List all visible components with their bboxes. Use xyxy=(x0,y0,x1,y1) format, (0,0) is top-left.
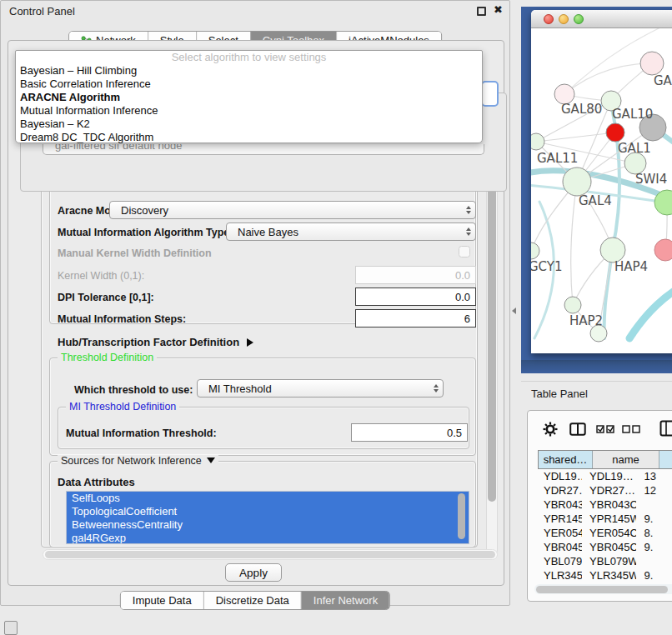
cyni-tab[interactable]: Infer Network xyxy=(301,592,389,609)
table-row[interactable]: YBR043C YBR043C xyxy=(538,498,672,512)
attribute-list-item[interactable]: BetweennessCentrality xyxy=(67,518,469,532)
mi-threshold-label: Mutual Information Threshold: xyxy=(66,428,217,439)
cyni-tab[interactable]: Impute Data xyxy=(121,592,203,609)
attributes-scrollbar-thumb[interactable] xyxy=(458,493,465,539)
network-node[interactable] xyxy=(531,242,539,259)
network-node-label: GAL80 xyxy=(561,102,602,117)
algorithm-menu-item[interactable]: Bayesian – K2 xyxy=(16,118,482,131)
kernel-width-input[interactable]: 0.0 xyxy=(355,266,476,284)
deselect-all-columns-icon[interactable] xyxy=(622,425,641,433)
network-node[interactable] xyxy=(564,297,581,313)
settings-vscroll-thumb[interactable] xyxy=(488,162,496,502)
mi-steps-input[interactable]: 6 xyxy=(355,309,476,328)
algorithm-menu-item[interactable]: Bayesian – Hill Climbing xyxy=(16,64,482,78)
cell-shared-name: YDR27… xyxy=(538,484,582,497)
table-row[interactable]: YLR345W YLR345W 9. xyxy=(538,568,672,582)
column-header-name[interactable]: name xyxy=(593,451,659,468)
mi-type-select[interactable]: Naive Bayes xyxy=(226,222,476,241)
which-threshold-label: Which threshold to use: xyxy=(74,384,193,396)
algorithm-menu-item-label: Dream8 DC_TDC Algorithm xyxy=(20,131,153,143)
table-row[interactable]: YBL079W YBL079W xyxy=(538,554,672,568)
table-row[interactable]: YPR145W YPR145W 9. xyxy=(538,512,672,526)
network-node[interactable] xyxy=(654,239,672,261)
cyni-tab[interactable]: Discretize Data xyxy=(203,592,301,609)
float-window-icon[interactable] xyxy=(477,7,486,16)
cyni-tab-label: Discretize Data xyxy=(216,594,289,607)
settings-vertical-scrollbar[interactable] xyxy=(486,158,498,556)
settings-horizontal-scrollbar[interactable] xyxy=(43,549,498,560)
minimized-panel-icon[interactable] xyxy=(4,621,18,635)
cell-value: 9. xyxy=(636,541,672,553)
network-node[interactable] xyxy=(606,123,624,142)
aracne-mode-value: Discovery xyxy=(121,204,168,217)
network-window-titlebar xyxy=(531,10,672,28)
table-hscroll-thumb[interactable] xyxy=(536,586,668,593)
network-frame-shadow xyxy=(521,360,672,373)
panel-collapse-arrow[interactable] xyxy=(512,308,516,314)
algorithm-combo-remnant[interactable] xyxy=(481,81,499,107)
network-node[interactable] xyxy=(531,133,544,150)
sources-legend-label: Sources for Network Inference xyxy=(61,455,202,467)
apply-button[interactable]: Apply xyxy=(225,563,282,582)
hub-definition-toggle[interactable]: Hub/Transcription Factor Definition xyxy=(58,336,253,348)
algorithm-menu-item[interactable]: Basic Correlation Inference xyxy=(16,78,482,91)
algorithm-popup-placeholder: Select algorithm to view settings xyxy=(16,51,482,64)
table-body: YDL19… YDL19… 13 YDR27… YDR27… 12 YBR043… xyxy=(538,469,672,586)
cell-value: 9. xyxy=(636,569,672,582)
network-edge[interactable] xyxy=(629,283,672,338)
minimize-window-icon[interactable] xyxy=(559,14,569,24)
aracne-mode-select[interactable]: Discovery xyxy=(109,201,476,219)
attribute-list-item[interactable]: SelfLoops xyxy=(67,492,469,505)
table-horizontal-scrollbar[interactable] xyxy=(534,584,672,594)
attribute-list-item[interactable]: gal4RGexp xyxy=(67,532,469,544)
attribute-list-item[interactable]: TopologicalCoefficient xyxy=(67,505,469,518)
network-node-label: HAP2 xyxy=(569,313,603,328)
manual-kernel-checkbox[interactable] xyxy=(459,246,470,258)
data-attributes-list: SelfLoops TopologicalCoefficient Between… xyxy=(66,491,469,544)
network-canvas[interactable]: GALGAL80GAL10GAL1GAL11SWI4GAL4GCY1HAP4YH… xyxy=(531,28,672,353)
cell-shared-name: YPR145W xyxy=(538,512,582,525)
algorithm-menu-item[interactable]: ARACNE Algorithm xyxy=(16,91,482,104)
algorithm-menu-item[interactable]: Dream8 DC_TDC Algorithm xyxy=(16,131,482,144)
table-row[interactable]: YER054C YER054C 8. xyxy=(538,526,672,540)
cell-value: 13 xyxy=(636,470,672,482)
dpi-tolerance-input[interactable]: 0.0 xyxy=(355,288,476,306)
collapsed-arrow-icon xyxy=(247,338,253,347)
network-edge[interactable] xyxy=(571,182,577,305)
which-threshold-select[interactable]: MI Threshold xyxy=(197,379,444,398)
network-edge[interactable] xyxy=(564,63,652,94)
gear-icon[interactable] xyxy=(543,422,558,437)
cell-name: YDL19… xyxy=(582,470,636,482)
close-panel-icon[interactable]: ✖ xyxy=(494,3,503,16)
network-edge[interactable] xyxy=(536,132,615,142)
mi-threshold-input[interactable]: 0.5 xyxy=(351,423,468,442)
cell-name: YPR145W xyxy=(582,512,636,525)
sources-legend[interactable]: Sources for Network Inference xyxy=(58,455,218,467)
table-row[interactable]: YDR27… YDR27… 12 xyxy=(538,483,672,498)
select-all-columns-icon[interactable] xyxy=(596,425,615,433)
cell-name: YDR27… xyxy=(582,484,636,497)
table-panel-divider xyxy=(521,381,672,382)
cyni-bottom-tabs: Impute Data Discretize Data Infer Networ… xyxy=(120,591,390,610)
zoom-window-icon[interactable] xyxy=(574,14,584,24)
network-collection-combo[interactable]: gal-filtered sif default node xyxy=(43,144,484,155)
column-header-shared-name[interactable]: shared… xyxy=(539,451,593,468)
algorithm-dropdown-popup: Select algorithm to view settings Bayesi… xyxy=(15,50,483,143)
cell-value: 8. xyxy=(636,527,672,539)
cell-shared-name: YBR043C xyxy=(538,498,582,511)
table-row[interactable]: YBR045C YBR045C 9. xyxy=(538,540,672,554)
import-table-icon[interactable] xyxy=(659,420,672,437)
close-window-icon[interactable] xyxy=(544,14,554,24)
cyni-tab-label: Infer Network xyxy=(313,594,378,607)
column-header-clipped[interactable] xyxy=(659,451,672,468)
cell-name: YBL079W xyxy=(582,555,636,568)
algorithm-menu-item[interactable]: Mutual Information Inference xyxy=(16,104,482,118)
column-browser-icon[interactable] xyxy=(569,422,586,436)
network-node[interactable] xyxy=(563,168,591,196)
network-node[interactable] xyxy=(640,52,664,75)
network-node-label: GAL1 xyxy=(618,141,651,156)
settings-hscroll-thumb[interactable] xyxy=(45,551,495,558)
control-panel-title: Control Panel xyxy=(9,5,75,18)
algorithm-menu-item-label: Basic Correlation Inference xyxy=(20,78,151,90)
table-row[interactable]: YDL19… YDL19… 13 xyxy=(538,469,672,483)
